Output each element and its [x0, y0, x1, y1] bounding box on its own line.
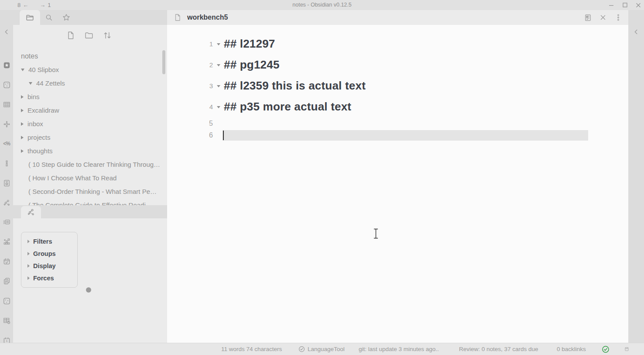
new-note-icon[interactable]: [66, 31, 75, 40]
git-status[interactable]: git: last update 3 minutes ago..: [359, 343, 439, 355]
left-ribbon: <% 1: [0, 10, 13, 343]
line-text: ## l21297: [224, 37, 275, 51]
sort-icon[interactable]: [103, 31, 112, 40]
tree-folder[interactable]: Excalidraw: [13, 103, 164, 117]
tab-search[interactable]: [40, 10, 58, 25]
graph-section-filters[interactable]: Filters: [27, 235, 77, 248]
preview-mode-icon[interactable]: [583, 13, 592, 22]
graph-section-groups[interactable]: Groups: [27, 248, 77, 260]
tree-folder[interactable]: thoughts: [13, 144, 164, 158]
collapse-arrow-icon[interactable]: [21, 69, 24, 71]
fold-arrow-icon[interactable]: [213, 42, 224, 45]
starred-card-icon[interactable]: [2, 61, 11, 69]
vault-name[interactable]: notes: [13, 49, 164, 63]
editor-pane: workbench5 1 ## l21297 2 ## pg1245 3 ## …: [167, 10, 628, 343]
editor-line[interactable]: 5: [167, 118, 224, 129]
document-gear-icon[interactable]: [2, 179, 11, 187]
active-line-highlight: [223, 130, 588, 141]
file-tree: notes 40 Slipbox 44 Zettels bins Excalid…: [13, 49, 164, 205]
folder-icon: [25, 13, 34, 22]
statusbar: 11 words 74 characters LanguageTool git:…: [0, 343, 644, 355]
more-options-icon[interactable]: [614, 13, 623, 22]
fold-arrow-icon[interactable]: [213, 105, 224, 108]
new-folder-icon[interactable]: [84, 31, 94, 40]
save-status-icon[interactable]: [625, 343, 629, 355]
random-note-dice-icon[interactable]: [2, 80, 11, 89]
graph-node[interactable]: [86, 287, 91, 293]
tree-folder[interactable]: bins: [13, 90, 164, 103]
dice-icon[interactable]: [2, 296, 11, 305]
tree-folder[interactable]: 40 Slipbox: [13, 63, 164, 76]
fold-arrow-icon[interactable]: [213, 84, 224, 87]
fold-arrow-icon[interactable]: [213, 63, 224, 66]
history-forward-count: 1: [48, 2, 51, 8]
close-icon[interactable]: [635, 2, 641, 8]
spread-nodes-icon[interactable]: [2, 120, 11, 128]
tab-starred[interactable]: [58, 10, 75, 25]
expand-arrow-icon: [27, 240, 30, 243]
expand-arrow-icon: [27, 276, 30, 280]
expand-arrow-icon[interactable]: [21, 136, 24, 139]
graph-icon[interactable]: [2, 198, 11, 207]
expand-arrow-icon[interactable]: [21, 109, 24, 112]
tree-file[interactable]: ( Second-Order Thinking - What Smart Pe…: [13, 185, 164, 198]
calendar-check-icon[interactable]: [2, 257, 11, 265]
review-status[interactable]: Review: 0 notes, 37 cards due: [459, 343, 538, 355]
table-icon[interactable]: [2, 100, 11, 109]
close-icon[interactable]: [599, 13, 607, 22]
expand-arrow-icon[interactable]: [21, 149, 24, 153]
collapse-arrow-icon[interactable]: [29, 82, 32, 85]
card-stack-icon[interactable]: [2, 217, 11, 226]
copy-document-icon[interactable]: [2, 276, 11, 285]
graph-section-display[interactable]: Display: [27, 260, 77, 272]
tree-file[interactable]: ( 10 Step Guide to Clearer Thinking Thro…: [13, 158, 164, 171]
tree-file[interactable]: ( How I Choose What To Read: [13, 171, 164, 185]
note-title[interactable]: workbench5: [187, 14, 228, 21]
forward-arrow-icon[interactable]: →: [40, 2, 45, 8]
maximize-icon[interactable]: [622, 2, 628, 8]
tab-file-explorer[interactable]: [20, 10, 40, 25]
mouse-cursor: [373, 228, 379, 239]
graph-settings-card: Filters Groups Display Forces: [21, 232, 78, 288]
graph-section-forces[interactable]: Forces: [27, 272, 77, 284]
explorer-actions: [66, 31, 112, 40]
table-gear-icon[interactable]: [2, 316, 11, 325]
window-controls: [608, 0, 641, 10]
minimize-icon[interactable]: [608, 2, 614, 8]
tab-local-graph[interactable]: [21, 206, 41, 218]
templater-icon[interactable]: <%: [2, 139, 11, 148]
collapse-left-icon[interactable]: [2, 28, 11, 36]
line-number: 4: [167, 103, 213, 110]
blocks-icon[interactable]: [2, 237, 11, 246]
left-sidebar: notes 40 Slipbox 44 Zettels bins Excalid…: [13, 10, 167, 343]
tree-folder[interactable]: inbox: [13, 117, 164, 131]
expand-right-icon[interactable]: [632, 28, 641, 36]
history-back-count: 8: [17, 2, 21, 8]
hanger-icon[interactable]: [2, 159, 11, 168]
back-arrow-icon[interactable]: ←: [23, 2, 28, 8]
word-count: 11 words 74 characters: [221, 343, 282, 355]
editor-actions: [583, 10, 623, 25]
tree-folder[interactable]: 44 Zettels: [13, 76, 164, 90]
tree-folder[interactable]: projects: [13, 131, 164, 144]
line-text: ## pg1245: [224, 58, 280, 72]
expand-arrow-icon[interactable]: [21, 95, 24, 99]
titlebar: 8 ← → 1 notes - Obsidian v0.12.5: [0, 0, 644, 10]
editor-line[interactable]: 4 ## p35 more actual text: [167, 98, 351, 115]
nav-history: 8 ← → 1: [17, 0, 51, 10]
editor-line[interactable]: 3 ## l2359 this is actual text: [167, 77, 366, 94]
search-icon: [45, 13, 53, 22]
editor-line[interactable]: 2 ## pg1245: [167, 56, 280, 73]
editor-line[interactable]: 1 ## l21297: [167, 35, 275, 52]
line-number: 2: [167, 61, 213, 69]
editor-line[interactable]: 6: [167, 130, 224, 141]
graph-pane-tabstrip: [13, 205, 167, 218]
note-file-icon: [173, 13, 182, 22]
star-icon: [62, 13, 71, 22]
languagetool-status[interactable]: LanguageTool: [298, 343, 345, 355]
sync-ok-icon[interactable]: [602, 343, 610, 355]
tree-file[interactable]: ( The Complete Guide to Effective Readi…: [13, 198, 164, 205]
backlinks-count[interactable]: 0 backlinks: [557, 343, 586, 355]
line-number: 1: [167, 40, 213, 48]
expand-arrow-icon[interactable]: [21, 122, 24, 126]
